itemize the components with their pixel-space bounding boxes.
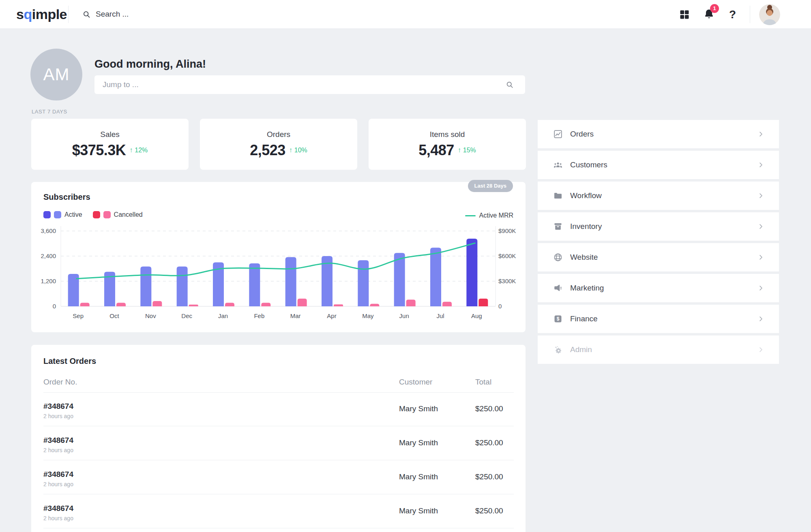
apps-grid-button[interactable] xyxy=(678,0,691,29)
user-avatar[interactable] xyxy=(759,4,780,25)
menu-item-marketing[interactable]: Marketing xyxy=(538,274,779,302)
chevron-right-icon xyxy=(757,130,764,138)
search-input[interactable] xyxy=(96,7,242,21)
menu-item-label: Website xyxy=(570,243,598,271)
svg-text:Sep: Sep xyxy=(73,312,84,319)
menu-item-label: Marketing xyxy=(570,274,604,302)
stat-label: Items sold xyxy=(369,130,526,139)
menu-item-label: Finance xyxy=(570,305,598,333)
help-button[interactable]: ? xyxy=(729,0,736,29)
megaphone-icon xyxy=(553,283,563,293)
svg-text:2,400: 2,400 xyxy=(41,252,56,259)
order-customer: Mary Smith xyxy=(399,404,438,413)
order-total: $250.00 xyxy=(475,506,503,515)
order-table-row[interactable]: #348674 2 hours ago Mary Smith $250.00 xyxy=(31,392,526,426)
stat-card-sales: Sales $375.3K ↑ 12% xyxy=(31,119,189,170)
order-customer: Mary Smith xyxy=(399,472,438,481)
up-arrow-icon: ↑ xyxy=(129,146,133,154)
people-icon xyxy=(553,160,563,170)
dollar-icon: $ xyxy=(553,314,563,324)
svg-text:$300K: $300K xyxy=(498,278,516,284)
latest-orders-card: Latest Orders Order No. Customer Total #… xyxy=(31,345,526,532)
avatar-initials: AM xyxy=(43,65,70,84)
column-header-total: Total xyxy=(475,378,491,387)
order-number: #348674 xyxy=(43,402,73,411)
svg-text:0: 0 xyxy=(498,303,502,310)
search-icon xyxy=(506,81,514,89)
archive-icon xyxy=(553,222,563,231)
jump-to-input[interactable] xyxy=(103,75,500,94)
svg-text:Nov: Nov xyxy=(145,312,156,319)
chart-icon xyxy=(553,129,563,139)
menu-item-inventory[interactable]: Inventory xyxy=(538,212,779,241)
menu-item-label: Inventory xyxy=(570,212,602,241)
svg-text:1,200: 1,200 xyxy=(41,278,56,284)
chevron-right-icon xyxy=(757,192,764,199)
svg-text:$600K: $600K xyxy=(498,252,516,259)
column-header-order-no: Order No. xyxy=(43,378,77,387)
chevron-right-icon xyxy=(757,346,764,353)
menu-item-admin[interactable]: Admin xyxy=(538,335,779,364)
stat-label: Sales xyxy=(31,130,189,139)
chevron-right-icon xyxy=(757,161,764,169)
order-table-row[interactable]: #348674 2 hours ago Mary Smith $250.00 xyxy=(31,426,526,460)
quick-menu: Orders Customers Workflow Inventory Webs… xyxy=(538,120,779,366)
svg-text:Jul: Jul xyxy=(436,312,444,319)
svg-text:3,600: 3,600 xyxy=(41,227,56,234)
menu-item-label: Admin xyxy=(570,335,592,364)
svg-text:Aug: Aug xyxy=(471,312,482,319)
menu-item-label: Customers xyxy=(570,151,607,179)
menu-item-finance[interactable]: $ Finance xyxy=(538,305,779,333)
navbar-divider-2 xyxy=(750,6,750,23)
stat-label: Orders xyxy=(200,130,357,139)
order-timestamp: 2 hours ago xyxy=(43,413,73,419)
menu-item-orders[interactable]: Orders xyxy=(538,120,779,148)
stat-delta-value: 12% xyxy=(135,147,148,154)
section-label-last-7-days: LAST 7 DAYS xyxy=(32,109,67,115)
globe-icon xyxy=(553,252,563,262)
svg-text:Jun: Jun xyxy=(399,312,409,319)
logo-text: s xyxy=(16,6,24,22)
stat-value: 5,487 xyxy=(418,142,454,159)
svg-text:0: 0 xyxy=(53,303,56,310)
svg-text:Dec: Dec xyxy=(181,312,192,319)
order-total: $250.00 xyxy=(475,472,503,481)
stat-delta: ↑ 12% xyxy=(129,146,148,154)
apps-grid-icon xyxy=(679,9,690,20)
chevron-right-icon xyxy=(757,254,764,261)
logo-accent-letter: q xyxy=(24,6,32,22)
order-table-row[interactable]: #348674 2 hours ago Mary Smith $250.00 xyxy=(31,460,526,494)
search-icon xyxy=(82,10,91,19)
svg-text:Mar: Mar xyxy=(290,312,301,319)
stat-value: 2,523 xyxy=(250,142,285,159)
svg-text:$: $ xyxy=(557,316,560,322)
stat-delta: ↑ 15% xyxy=(458,146,476,154)
svg-text:Feb: Feb xyxy=(254,312,264,319)
jump-to-field xyxy=(94,75,525,94)
order-customer: Mary Smith xyxy=(399,438,438,447)
avatar-photo xyxy=(759,4,780,25)
subscribers-chart: 001,200$300K2,400$600K3,600$900KSepOctNo… xyxy=(31,182,526,332)
menu-item-website[interactable]: Website xyxy=(538,243,779,271)
gear-icon xyxy=(553,345,563,355)
order-total: $250.00 xyxy=(475,438,503,447)
menu-item-workflow[interactable]: Workflow xyxy=(538,182,779,210)
app-logo[interactable]: sqimple xyxy=(16,0,67,29)
top-navbar: sqimple 1 ? xyxy=(0,0,811,29)
order-timestamp: 2 hours ago xyxy=(43,515,73,521)
order-timestamp: 2 hours ago xyxy=(43,481,73,487)
stat-card-items-sold: Items sold 5,487 ↑ 15% xyxy=(369,119,526,170)
navbar-divider xyxy=(68,6,69,23)
menu-item-label: Workflow xyxy=(570,182,602,210)
stat-delta: ↑ 10% xyxy=(289,146,307,154)
order-table-row[interactable]: #348674 2 hours ago Mary Smith $250.00 xyxy=(31,494,526,528)
latest-orders-title: Latest Orders xyxy=(43,357,96,366)
subscribers-card: Last 28 Days Subscribers Active Cancelle… xyxy=(31,182,526,332)
svg-text:$900K: $900K xyxy=(498,227,516,234)
menu-item-customers[interactable]: Customers xyxy=(538,151,779,179)
order-number: #348674 xyxy=(43,436,73,445)
column-header-customer: Customer xyxy=(399,378,432,387)
up-arrow-icon: ↑ xyxy=(458,146,461,154)
stat-value: $375.3K xyxy=(72,142,126,159)
chevron-right-icon xyxy=(757,315,764,323)
